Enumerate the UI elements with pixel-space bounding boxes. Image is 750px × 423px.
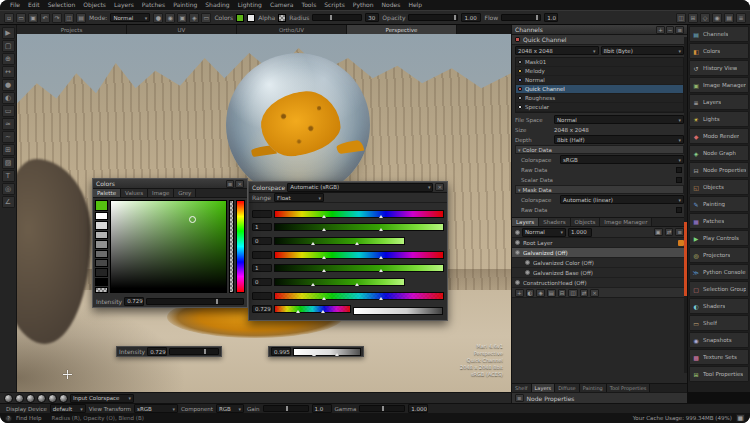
redo-icon[interactable]: ↷: [52, 13, 62, 23]
panel-tab[interactable]: Layers: [512, 218, 539, 226]
dock-tab[interactable]: Diffuse: [555, 384, 580, 392]
duplicate-layer-icon[interactable]: ◫: [568, 289, 577, 297]
dialog-close-icon[interactable]: ×: [435, 183, 444, 191]
current-color-swatch[interactable]: [95, 200, 108, 211]
menu-item[interactable]: Tools: [297, 0, 320, 10]
colors-tab[interactable]: Palette: [93, 189, 121, 197]
stamp-icon[interactable]: ▣: [177, 13, 187, 23]
panel-tab[interactable]: Shaders: [539, 218, 570, 226]
add-group-icon[interactable]: ▤: [547, 289, 556, 297]
alpha-strip[interactable]: [229, 200, 234, 293]
channel-row[interactable]: Normal: [516, 76, 683, 85]
palette-sidebar-item[interactable]: ◱ Objects: [689, 179, 749, 195]
mask-data-section-header[interactable]: Mask Data: [515, 185, 684, 194]
gray-swatch[interactable]: [95, 212, 108, 220]
layer-row[interactable]: Galvanized Color (Off): [512, 258, 687, 268]
menu-item[interactable]: Shading: [201, 0, 233, 10]
ramp-value-field[interactable]: 1: [252, 223, 272, 231]
background-color-swatch[interactable]: [247, 14, 255, 22]
channel-row[interactable]: Roughness: [516, 94, 683, 103]
gradient-ramp[interactable]: [274, 305, 351, 313]
flow-value[interactable]: 1.0: [544, 13, 558, 22]
grid-icon[interactable]: ⊞: [688, 13, 698, 23]
blend-mode-select[interactable]: Normal: [522, 228, 566, 237]
undo-icon[interactable]: ↶: [40, 13, 50, 23]
file-space-select[interactable]: Normal: [554, 115, 684, 124]
menu-item[interactable]: Painting: [169, 0, 201, 10]
palette-sidebar-item[interactable]: ⊞ Tool Properties: [689, 366, 749, 382]
white-gradient-ramp[interactable]: [353, 307, 443, 315]
sync-layers-icon[interactable]: ⇄: [665, 228, 674, 236]
palette-sidebar-item[interactable]: ▶ Play Controls: [689, 230, 749, 246]
ramp-value-field[interactable]: 0.729: [252, 305, 272, 313]
view-transform-select[interactable]: sRGB: [134, 404, 178, 413]
status-lock-icon[interactable]: ■: [736, 414, 745, 422]
menu-item[interactable]: Nodes: [378, 0, 405, 10]
gray-swatch[interactable]: [95, 278, 108, 286]
ramp-value-field[interactable]: 1: [252, 264, 272, 272]
add-channel-icon[interactable]: +: [656, 26, 665, 34]
shape-icon[interactable]: ◈: [189, 13, 199, 23]
colors-tab[interactable]: Grey: [174, 189, 196, 197]
paint-through-tool[interactable]: ◐: [2, 92, 15, 104]
opacity-value[interactable]: 1.00: [461, 13, 481, 22]
copy-icon[interactable]: ◫: [64, 13, 74, 23]
saturation-value-picker[interactable]: [110, 200, 227, 293]
gamma-value[interactable]: 1.000: [408, 404, 428, 413]
colorspace-select[interactable]: Automatic (sRGB): [287, 183, 433, 192]
viewport-tab[interactable]: UV: [127, 25, 237, 34]
dock-tab[interactable]: Shelf: [512, 384, 532, 392]
full-lighting-icon[interactable]: [26, 394, 35, 403]
display-device-select[interactable]: default: [50, 404, 86, 413]
gain-value[interactable]: 1.0: [312, 404, 332, 413]
menu-item[interactable]: Help: [404, 0, 426, 10]
clone-stamp-tool[interactable]: ⊞: [2, 144, 15, 156]
layer-row[interactable]: Galvanized Base (Off): [512, 268, 687, 278]
palette-sidebar-item[interactable]: ▭ Shelf: [689, 315, 749, 331]
vector-paint-tool[interactable]: ∠: [2, 196, 15, 208]
layers-menu-icon[interactable]: ≡: [675, 228, 684, 236]
palette-sidebar-item[interactable]: ▢ Selection Groups: [689, 281, 749, 297]
channel-size-select[interactable]: 2048 x 2048: [515, 46, 599, 55]
intensity-value[interactable]: 0.729: [124, 297, 144, 306]
gradient-ramp[interactable]: [274, 264, 444, 272]
channel-menu-icon[interactable]: ≡: [675, 26, 684, 34]
intensity-slider[interactable]: [146, 298, 244, 305]
menu-item[interactable]: Selection: [44, 0, 80, 10]
palette-sidebar-item[interactable]: ◈ Node Graph: [689, 145, 749, 161]
transparent-swatch[interactable]: [95, 287, 108, 293]
colors-palette-titlebar[interactable]: Colors ≡ ×: [93, 179, 247, 189]
current-channel-row[interactable]: Quick Channel: [512, 35, 687, 45]
gradient-ramp[interactable]: [274, 278, 405, 286]
float-intensity-slider[interactable]: [169, 348, 219, 355]
palette-sidebar-item[interactable]: ◆ Modo Render: [689, 128, 749, 144]
channel-depth-select[interactable]: 8bit (Byte): [601, 46, 685, 55]
eraser-tool[interactable]: ▭: [2, 105, 15, 117]
viewport-tab[interactable]: Perspective: [347, 25, 457, 34]
colorspace-dialog-titlebar[interactable]: Colorspace Automatic (sRGB) ×: [249, 182, 447, 193]
gradient-ramp[interactable]: [274, 292, 444, 300]
layer-row[interactable]: Galvanized (Off): [512, 248, 687, 258]
palette-sidebar-item[interactable]: ▣ Image Manager: [689, 77, 749, 93]
ramp-value-field[interactable]: [252, 251, 272, 259]
menu-item[interactable]: Scripts: [320, 0, 349, 10]
menu-item[interactable]: Edit: [24, 0, 44, 10]
text-tool[interactable]: T: [2, 170, 15, 182]
gray-swatch[interactable]: [95, 221, 108, 229]
palette-sidebar-item[interactable]: ≫ Python Console: [689, 264, 749, 280]
snapshot-icon[interactable]: ◉: [712, 13, 722, 23]
palette-sidebar-item[interactable]: ◉ Snapshots: [689, 332, 749, 348]
radius-value[interactable]: 30: [365, 13, 379, 22]
float-white-ramp[interactable]: [293, 348, 361, 356]
channels-palette-titlebar[interactable]: Channels +−≡: [512, 25, 687, 35]
paint-mode-select[interactable]: Normal: [110, 13, 150, 22]
dock-tab[interactable]: Layers: [532, 384, 556, 392]
add-procedural-icon[interactable]: ◈: [536, 289, 544, 297]
gain-slider[interactable]: [263, 405, 309, 412]
range-select[interactable]: Float: [274, 193, 324, 202]
shadow-toggle-icon[interactable]: [37, 394, 46, 403]
palette-sidebar-item[interactable]: ✎ Painting: [689, 196, 749, 212]
gradient-ramp[interactable]: [274, 210, 444, 218]
gradient-tool[interactable]: ▨: [2, 157, 15, 169]
gray-swatch[interactable]: [95, 231, 108, 239]
